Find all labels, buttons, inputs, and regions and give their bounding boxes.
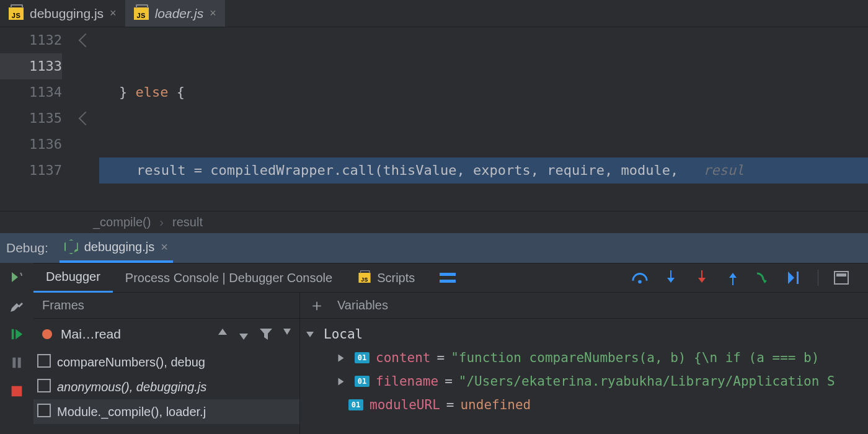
frames-panel: Frames Mai…read compareNumbers(), debug <box>33 293 300 434</box>
code-line-current[interactable]: result = compiledWrapper.call(thisValue,… <box>99 157 868 184</box>
debug-toolwindow-header: Debug: debugging.js × <box>0 233 868 263</box>
prev-frame-button[interactable] <box>218 329 228 340</box>
debugger-toolbar: Debugger Process Console | Debugger Cons… <box>33 263 868 293</box>
rerun-button[interactable] <box>9 269 25 285</box>
editor-tab-debugging[interactable]: JS debugging.js × <box>0 0 125 27</box>
editor-tabs: JS debugging.js × JS loader.js × <box>0 0 868 27</box>
svg-rect-3 <box>12 386 22 397</box>
frame-list: compareNumbers(), debug anonymous(), deb… <box>33 350 299 424</box>
settings-button[interactable] <box>9 298 25 314</box>
editor-tab-label: debugging.js <box>30 6 104 21</box>
editor-tab-loader[interactable]: JS loader.js × <box>125 0 225 27</box>
svg-rect-7 <box>797 272 799 284</box>
variables-panel: ＋ Variables Local 01 content = "function… <box>300 293 868 434</box>
frames-more-button[interactable] <box>283 329 291 340</box>
fold-toggle-icon[interactable] <box>79 112 93 126</box>
thread-status-icon <box>42 329 52 339</box>
debug-run-config-tab[interactable]: debugging.js × <box>60 233 173 263</box>
nodejs-icon <box>64 239 78 254</box>
value-type-icon: 01 <box>355 352 370 363</box>
stack-frame[interactable]: compareNumbers(), debug <box>33 350 299 374</box>
debugger-body: Frames Mai…read compareNumbers(), debug <box>33 293 868 434</box>
svg-point-6 <box>638 280 642 284</box>
debug-label: Debug: <box>6 241 48 255</box>
chevron-right-icon[interactable] <box>339 378 344 385</box>
editor-tab-label: loader.js <box>155 6 204 21</box>
next-frame-button[interactable] <box>239 329 249 340</box>
step-into-button[interactable] <box>663 270 679 286</box>
fold-column[interactable] <box>81 27 99 211</box>
step-out-button[interactable] <box>725 270 741 286</box>
svg-rect-2 <box>18 358 21 368</box>
variables-header: ＋ Variables <box>300 293 868 319</box>
tab-debugger[interactable]: Debugger <box>33 263 113 293</box>
svg-rect-4 <box>440 273 456 276</box>
gutter[interactable]: 1132 1133 1134 1135 1136 1137 <box>0 27 81 211</box>
resume-button[interactable] <box>9 326 25 342</box>
stack-frame[interactable]: anonymous(), debugging.js <box>33 374 299 399</box>
svg-rect-9 <box>836 273 846 277</box>
stack-frame[interactable]: Module._compile(), loader.j <box>33 399 299 424</box>
pause-button[interactable] <box>9 355 25 371</box>
close-icon[interactable]: × <box>161 240 168 254</box>
stack-frame-icon <box>40 406 51 417</box>
chevron-down-icon[interactable] <box>306 332 314 337</box>
stack-frame-icon <box>40 356 51 368</box>
line-number[interactable]: 1137 <box>0 157 62 184</box>
chevron-right-icon: › <box>159 215 164 229</box>
step-actions <box>632 270 868 286</box>
evaluate-expression-button[interactable] <box>833 270 849 286</box>
code-editor[interactable]: 1132 1133 1134 1135 1136 1137 } else { r… <box>0 27 868 211</box>
breadcrumb-item[interactable]: _compile() <box>93 215 151 229</box>
thread-selector[interactable]: Mai…read <box>33 319 299 350</box>
variables-tree[interactable]: Local 01 content = "function compareNumb… <box>300 319 868 420</box>
line-number[interactable]: 1136 <box>0 131 62 157</box>
breadcrumb-item[interactable]: result <box>172 215 203 229</box>
variable-row[interactable]: 01 filename = "/Users/ekaterina.ryabukha… <box>305 370 863 393</box>
svg-rect-0 <box>12 329 14 340</box>
close-icon[interactable]: × <box>110 7 117 20</box>
drop-frame-button[interactable] <box>787 270 803 286</box>
code-area[interactable]: } else { result = compiledWrapper.call(t… <box>99 27 868 211</box>
js-file-icon: JS <box>134 7 149 20</box>
js-file-icon: JS <box>9 7 24 20</box>
step-over-button[interactable] <box>632 270 648 286</box>
line-number[interactable]: 1135 <box>0 105 62 131</box>
line-number[interactable]: 1133 <box>0 53 62 79</box>
code-line[interactable]: } else { <box>99 79 868 105</box>
add-watch-button[interactable]: ＋ <box>309 294 325 316</box>
debugger-subtabs: Debugger Process Console | Debugger Cons… <box>33 263 427 293</box>
stack-frame-icon <box>40 381 51 392</box>
thread-name: Mai…read <box>61 327 121 342</box>
line-number[interactable]: 1134 <box>0 79 62 105</box>
fold-toggle-icon[interactable] <box>79 33 93 48</box>
tab-process-console[interactable]: Process Console | Debugger Console <box>113 263 345 293</box>
debug-run-config-label: debugging.js <box>84 240 154 254</box>
run-to-cursor-button[interactable] <box>756 270 772 286</box>
filter-frames-button[interactable] <box>260 329 272 340</box>
layout-toggle-icon[interactable] <box>440 270 456 286</box>
variable-scope[interactable]: Local <box>305 322 863 346</box>
variable-row[interactable]: 01 content = "function compareNumbers(a,… <box>305 346 863 370</box>
svg-rect-5 <box>440 280 456 283</box>
breadcrumb[interactable]: _compile() › result <box>0 211 868 233</box>
line-number[interactable]: 1132 <box>0 27 62 53</box>
force-step-into-button[interactable] <box>694 270 710 286</box>
frames-header: Frames <box>33 293 299 319</box>
variable-row[interactable]: 01 moduleURL = undefined <box>305 393 863 417</box>
chevron-right-icon[interactable] <box>339 354 344 361</box>
debug-side-toolbar <box>0 263 33 434</box>
close-icon[interactable]: × <box>210 7 216 20</box>
stop-button[interactable] <box>9 383 25 399</box>
value-type-icon: 01 <box>355 376 370 387</box>
js-file-icon: JS <box>359 273 371 283</box>
tab-scripts[interactable]: JS Scripts <box>345 263 427 293</box>
value-type-icon: 01 <box>348 399 363 410</box>
svg-rect-1 <box>12 358 16 368</box>
